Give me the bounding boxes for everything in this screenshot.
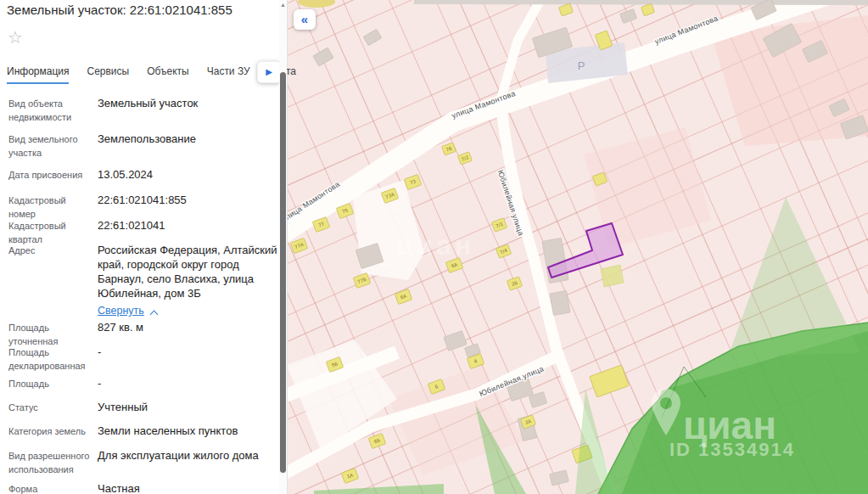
field-value: 22:61:021041	[98, 218, 281, 233]
field-value: Земли населенных пунктов	[98, 424, 281, 438]
field-value: -	[98, 345, 281, 359]
field-label: Кадастровый номер	[8, 194, 92, 221]
parking-label: Р	[578, 59, 585, 72]
field-value: Российская Федерация, Алтайский край, го…	[98, 243, 281, 318]
field-label: Площадь уточненная	[8, 321, 92, 348]
field-label: Вид разрешенного использования	[8, 449, 92, 476]
field-label: Кадастровый квартал	[8, 219, 92, 246]
field-value: -	[98, 376, 281, 390]
address-collapse-link[interactable]: Свернуть	[98, 304, 144, 318]
field-value: Частная	[98, 481, 281, 494]
cian-id-text: ID 13534914	[669, 439, 795, 460]
field-value: Земельный участок	[98, 96, 281, 110]
watermark-center: циан	[396, 230, 474, 261]
tab-services[interactable]: Сервисы	[87, 65, 129, 82]
parcel-info-panel: Земельный участок: 22:61:021041:855 ☆ Ин…	[0, 0, 288, 494]
page-title: Земельный участок: 22:61:021041:855	[7, 3, 278, 17]
field-label: Форма собственности	[8, 482, 92, 494]
field-value: Землепользование	[98, 132, 281, 146]
field-label: Площадь	[8, 377, 92, 390]
field-value: 22:61:021041:855	[98, 193, 281, 207]
field-label: Категория земель	[8, 424, 92, 438]
field-value: 13.05.2024	[98, 167, 281, 182]
top-road-strip	[414, 0, 868, 5]
address-text: Российская Федерация, Алтайский край, го…	[98, 244, 277, 300]
field-label: Адрес	[8, 244, 92, 257]
field-label: Вид объекта недвижимости	[8, 97, 92, 124]
field-label: Вид земельного участка	[8, 132, 92, 160]
panel-collapse-button[interactable]: «	[294, 9, 316, 30]
panel-scrollbar-thumb[interactable]	[280, 72, 286, 473]
tab-objects[interactable]: Объекты	[147, 65, 189, 82]
field-value: Для эксплуатации жилого дома	[98, 448, 281, 463]
field-label: Дата присвоения	[8, 168, 92, 182]
field-label: Площадь декларированная	[8, 345, 92, 373]
tab-parts[interactable]: Части ЗУ	[207, 65, 250, 82]
yellow-parcel	[601, 265, 624, 287]
tabs-scroll-right-button[interactable]: ▶	[257, 61, 281, 83]
scroll-up-icon[interactable]: ▲	[279, 2, 287, 8]
field-label: Статус	[8, 401, 92, 414]
tab-information[interactable]: Информация	[7, 65, 69, 84]
field-value: 827 кв. м	[98, 320, 281, 334]
chevron-up-icon[interactable]	[151, 310, 158, 317]
panel-scrollbar[interactable]: ▲	[279, 0, 287, 494]
favorite-star-icon[interactable]: ☆	[8, 27, 23, 48]
tab-bar: ИнформацияСервисыОбъектыЧасти ЗУСоста Г …	[7, 63, 280, 83]
map-svg: Р 7573А737777А77Б767/27/17/42Б6А6А5Б466Б…	[287, 0, 868, 494]
field-value: Учтенный	[98, 400, 281, 414]
map-canvas[interactable]: Р 7573А737777А77Б767/27/17/42Б6А6А5Б466Б…	[287, 0, 868, 494]
cadastral-map-app: Земельный участок: 22:61:021041:855 ☆ Ин…	[0, 0, 868, 494]
